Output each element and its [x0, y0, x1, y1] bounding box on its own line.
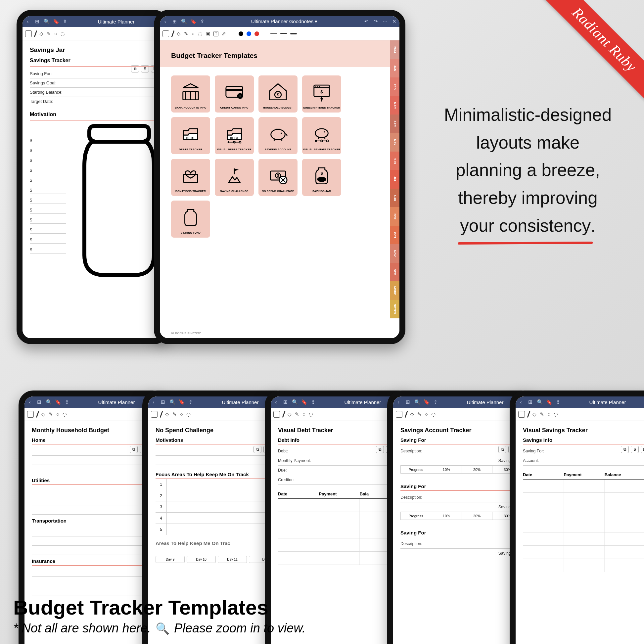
month-tab[interactable]: JAN	[390, 59, 399, 77]
titlebar-icon[interactable]: 🔍	[169, 399, 175, 405]
titlebar-icon[interactable]: ⇪	[64, 399, 69, 405]
pen-tool-icon[interactable]	[36, 411, 39, 418]
month-tab[interactable]: SEP	[390, 207, 399, 226]
month-tab[interactable]: MAR	[390, 96, 399, 115]
titlebar-icon[interactable]: 🔖	[301, 399, 306, 405]
month-tab[interactable]: JUN	[390, 152, 399, 170]
titlebar-icon[interactable]: ⇪	[555, 399, 561, 405]
month-tab[interactable]: DEC	[390, 263, 399, 281]
titlebar-icon[interactable]: 🔍	[537, 399, 542, 405]
titlebar-icon[interactable]: ⊞	[160, 399, 165, 405]
titlebar-icon[interactable]: ✕	[391, 19, 397, 24]
thumbnail-icon[interactable]	[273, 411, 280, 418]
titlebar-icon[interactable]: ⋯	[382, 19, 388, 24]
titlebar-icon[interactable]: 🔖	[53, 19, 58, 24]
pointer-tool-icon[interactable]: ⬀	[222, 31, 226, 37]
titlebar-icon[interactable]: 🔖	[179, 399, 184, 405]
month-tab[interactable]: FEB	[390, 77, 399, 96]
template-tile[interactable]: DEBTDEBTS TRACKER	[171, 117, 210, 154]
stroke-med-icon[interactable]	[280, 33, 287, 34]
shortcut-chip[interactable]: $	[141, 65, 149, 72]
shortcut-chip[interactable]: ⧉	[621, 446, 629, 453]
titlebar-icon[interactable]: ‹	[396, 399, 401, 405]
template-tile[interactable]: iCREDIT CARDS INFO	[215, 75, 254, 113]
titlebar-icon[interactable]: ↷	[373, 19, 378, 24]
thumbnail-icon[interactable]	[162, 30, 169, 37]
titlebar-icon[interactable]: 🔖	[424, 399, 429, 405]
titlebar-icon[interactable]: ‹	[273, 399, 279, 405]
month-tab[interactable]: MORE	[390, 281, 399, 300]
titlebar-icon[interactable]: 🔍	[44, 19, 49, 24]
titlebar-icon[interactable]: ⊞	[283, 399, 288, 405]
thumbnail-icon[interactable]	[27, 411, 34, 418]
titlebar-icon[interactable]: ⇪	[433, 399, 438, 405]
shape-icon[interactable]: ○	[547, 411, 550, 417]
titlebar-icon[interactable]: ⇪	[62, 19, 68, 24]
shortcut-chip[interactable]: $	[631, 446, 639, 453]
titlebar-icon[interactable]: ↶	[364, 19, 369, 24]
lasso-icon[interactable]: ◌	[554, 411, 558, 417]
titlebar-icon[interactable]: ‹	[518, 399, 524, 405]
titlebar-icon[interactable]: ⇪	[310, 399, 316, 405]
eraser-icon[interactable]: ◇	[39, 31, 43, 37]
titlebar-icon[interactable]: ‹	[27, 399, 32, 405]
eraser-icon[interactable]: ◇	[288, 411, 292, 417]
month-tab[interactable]: APR	[390, 115, 399, 133]
titlebar-icon[interactable]: ⊞	[405, 399, 410, 405]
pen-tool-icon[interactable]	[282, 411, 286, 418]
titlebar-icon[interactable]: ⊞	[34, 19, 40, 24]
thumbnail-icon[interactable]	[518, 411, 525, 418]
shortcut-chip[interactable]: ⧉	[498, 446, 506, 453]
titlebar-icon[interactable]: 🔍	[181, 19, 186, 24]
lasso-icon[interactable]: ◌	[431, 411, 436, 417]
titlebar-icon[interactable]: ⊞	[172, 19, 177, 24]
shape-icon[interactable]: ○	[180, 411, 183, 417]
titlebar-icon[interactable]: 🔖	[190, 19, 196, 24]
eraser-icon[interactable]: ◇	[165, 411, 169, 417]
titlebar-icon[interactable]: ‹	[162, 19, 168, 24]
thumbnail-icon[interactable]	[151, 411, 158, 418]
month-tab[interactable]: MAY	[390, 133, 399, 152]
month-tab[interactable]: JUL	[390, 170, 399, 189]
template-tile[interactable]: SAVINGS ACCOUNT	[258, 117, 298, 154]
highlighter-icon[interactable]: ✎	[417, 411, 422, 417]
lasso-icon[interactable]: ◌	[186, 411, 191, 417]
template-tile[interactable]: $SAVINGS JAR	[302, 159, 341, 196]
pen-tool-icon[interactable]	[160, 411, 163, 418]
template-tile[interactable]: SINKING FUND	[171, 201, 210, 238]
color-swatch-red[interactable]	[254, 31, 259, 36]
stroke-thick-icon[interactable]	[290, 33, 297, 34]
eraser-icon[interactable]: ◇	[532, 411, 536, 417]
titlebar-icon[interactable]: 🔖	[546, 399, 551, 405]
pen-tool-icon[interactable]	[527, 411, 530, 418]
month-tab[interactable]: OCT	[390, 226, 399, 244]
pen-tool-icon[interactable]	[171, 30, 175, 37]
template-tile[interactable]: $SUBSCRIPTIONS TRACKER	[302, 75, 341, 113]
eraser-icon[interactable]: ◇	[177, 31, 181, 37]
eraser-icon[interactable]: ◇	[410, 411, 414, 417]
titlebar-icon[interactable]: 🔍	[46, 399, 51, 405]
highlighter-icon[interactable]: ✎	[184, 31, 188, 37]
text-tool-icon[interactable]: T	[213, 31, 218, 36]
template-tile[interactable]: VISUAL SAVINGS TRACKER	[302, 117, 341, 154]
eraser-icon[interactable]: ◇	[41, 411, 45, 417]
titlebar-icon[interactable]: ⊞	[528, 399, 533, 405]
shortcut-chip[interactable]: ⧉	[130, 446, 138, 453]
titlebar-icon[interactable]: 🔍	[292, 399, 297, 405]
highlighter-icon[interactable]: ✎	[540, 411, 544, 417]
titlebar-icon[interactable]: 🔍	[414, 399, 420, 405]
template-tile[interactable]: BANK ACCOUNTS INFO	[171, 75, 210, 113]
template-tile[interactable]: DEBTVISUAL DEBTS TRACKER	[215, 117, 254, 154]
titlebar-icon[interactable]: ⊞	[36, 399, 42, 405]
highlighter-icon[interactable]: ✎	[47, 31, 51, 37]
shape-icon[interactable]: ○	[302, 411, 305, 417]
template-tile[interactable]: $NO SPEND CHALLENGE	[258, 159, 298, 196]
lasso-icon[interactable]: ◌	[63, 411, 67, 417]
titlebar-icon[interactable]: ‹	[25, 19, 30, 24]
thumbnail-icon[interactable]	[396, 411, 402, 418]
shortcut-chip[interactable]: ⧉	[376, 446, 384, 453]
month-tab[interactable]: NOTES	[390, 300, 399, 318]
color-swatch-blue[interactable]	[247, 31, 251, 36]
pen-tool-icon[interactable]	[405, 411, 408, 418]
lasso-icon[interactable]: ◌	[198, 31, 202, 37]
